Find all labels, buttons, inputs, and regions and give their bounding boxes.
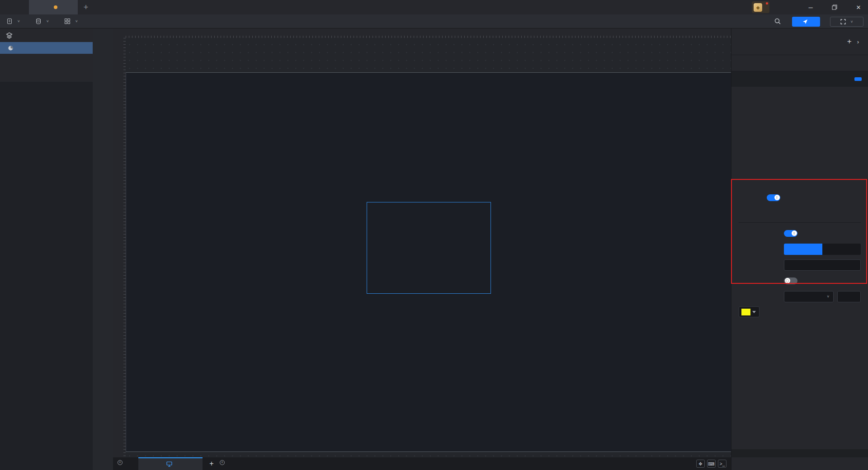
selection-box[interactable] [367,202,491,294]
title-bar: + ◆ ─ ✕ [0,0,868,14]
notification-dot-icon [766,2,768,5]
font-family-select[interactable]: ∨ [784,291,834,302]
bottom-bar: + + + ✥ ⌨ >_ [0,457,731,470]
show-value-row [739,228,861,239]
layers-panel-header [0,28,93,42]
horizontal-ruler [126,28,731,38]
board-icon [166,461,172,467]
component-title-row [731,71,868,87]
font-style-row [739,306,861,317]
new-tab-button[interactable]: + [80,0,92,14]
bottom-bar-left-fill [0,457,93,470]
chevron-down-icon: ∨ [75,19,78,23]
menu-project[interactable]: ∨ [6,14,20,28]
inspector-tabs [731,55,868,71]
expand-states-button[interactable]: › [854,38,862,45]
color-swatch [741,309,750,315]
minimize-button[interactable]: ─ [803,0,818,14]
pie-layer-icon [8,45,14,51]
pad-zero-row [739,275,861,286]
font-color-picker[interactable] [739,306,760,317]
bottom-bar-toolbar-fill [93,457,113,470]
restore-icon [832,5,837,10]
app-root: + ◆ ─ ✕ ∨ [0,0,868,470]
ruler-corner [113,28,126,38]
circle-plus-icon: + [118,460,123,465]
tutorial-button[interactable] [854,77,862,81]
layers-panel [0,28,93,457]
close-button[interactable]: ✕ [851,0,866,14]
current-state-row: + › [731,28,868,55]
menu-actions[interactable]: ∨ [64,14,78,28]
inspector-empty-area [731,449,868,457]
plus-icon: + [84,3,89,12]
search-icon [774,18,781,25]
graphic-text-toggle-row [731,188,868,207]
number-format-box: ∨ [731,207,868,312]
chevron-down-icon: ∨ [826,295,830,298]
component-toolbar [93,28,113,457]
vertical-ruler [113,38,126,457]
layers-icon [6,32,13,39]
font-size-input[interactable] [837,291,861,302]
grid-icon [64,18,71,24]
circle-plus-icon: + [220,460,225,465]
unsaved-dot-icon [54,5,57,9]
show-value-toggle[interactable] [784,230,797,237]
tab-home[interactable] [5,0,29,14]
add-subboard-button[interactable]: + [206,457,217,470]
publish-button[interactable] [792,17,820,27]
console-button[interactable]: >_ [718,460,726,468]
chevron-down-icon: ∨ [850,20,854,24]
fullscreen-icon [840,19,846,24]
layers-panel-empty [0,82,93,457]
decimals-input[interactable] [784,259,861,271]
font-row: ∨ [739,291,861,302]
chevron-down-icon: ∨ [17,19,20,23]
inspector-panel: + › [731,28,868,457]
add-state-button[interactable]: + [844,37,854,46]
graphic-text-toggle[interactable] [767,194,780,201]
foreground-button[interactable]: + [117,457,123,470]
fit-view-button[interactable]: ✥ [696,460,705,468]
maximize-button[interactable] [827,0,842,14]
custom-service-badge[interactable]: ◆ [752,1,769,13]
canvas-viewport[interactable] [126,38,731,457]
chevron-down-icon: ∨ [46,19,49,23]
status-footer [731,457,868,470]
menu-bar: ∨ ∨ ∨ [0,14,868,28]
background-button[interactable]: + [219,457,225,470]
shortcuts-button[interactable]: ⌨ [707,460,716,468]
menu-data[interactable]: ∨ [35,14,49,28]
format-option-percent[interactable] [822,244,861,255]
diamond-icon: ◆ [754,3,762,12]
pad-zero-toggle[interactable] [784,277,797,284]
canvas-area [113,28,731,457]
document-icon [6,18,13,24]
paper-plane-icon [802,19,808,24]
display-format-segmented [784,244,861,255]
display-format-row [739,244,861,254]
decimals-row [739,259,861,270]
dropdown-arrow-icon [752,311,756,313]
format-option-number[interactable] [784,244,822,255]
format-sub-tabs [739,209,861,223]
search-button[interactable] [774,14,781,28]
preview-button[interactable]: ∨ [830,17,863,27]
tab-subboard-1[interactable] [138,457,203,470]
layer-item-rose-chart[interactable] [0,42,93,54]
tab-project[interactable] [29,0,78,14]
database-icon [35,18,42,24]
